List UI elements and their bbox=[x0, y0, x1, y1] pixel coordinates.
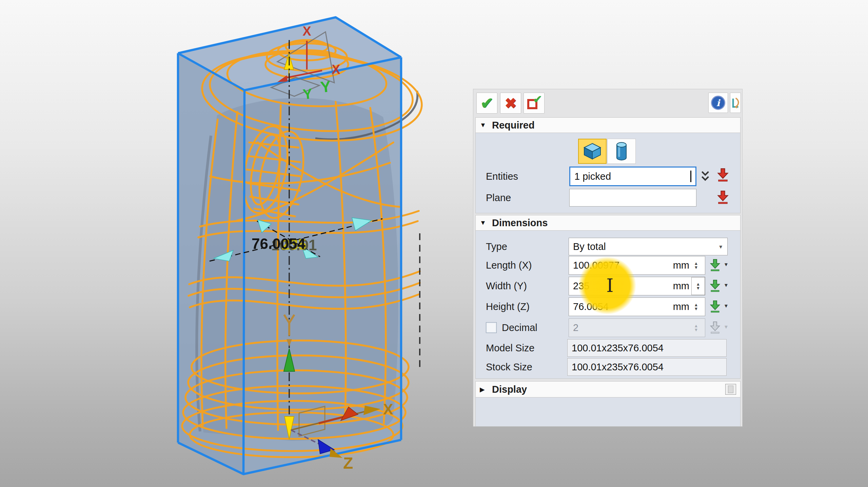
checkbox-inner bbox=[728, 386, 733, 393]
plane-input[interactable] bbox=[569, 189, 696, 207]
width-input[interactable]: 235 mm ▲▼ bbox=[569, 277, 705, 295]
plane-pick-arrow-button[interactable] bbox=[716, 190, 730, 205]
length-pick-button[interactable] bbox=[709, 258, 722, 272]
decimal-pick-button-disabled bbox=[709, 320, 722, 335]
stock-size-value: 100.01x235x76.0054 bbox=[572, 362, 722, 373]
decimal-label: Decimal bbox=[502, 318, 537, 337]
width-label: Width (Y) bbox=[486, 277, 527, 295]
collapse-triangle-icon: ▶ bbox=[480, 386, 488, 393]
ok-button[interactable]: ✔ bbox=[476, 93, 497, 114]
gray-down-arrow-icon bbox=[709, 320, 722, 335]
decimal-checkbox[interactable] bbox=[486, 322, 497, 333]
stock-size-value-box: 100.01x235x76.0054 bbox=[567, 358, 727, 376]
axis-label-top-y2: Y bbox=[319, 77, 332, 96]
length-input[interactable]: 100.00977 mm ▲▼ bbox=[569, 256, 705, 275]
length-label: Length (X) bbox=[486, 256, 532, 275]
chevron-double-down-icon bbox=[700, 170, 711, 183]
height-unit: mm bbox=[673, 301, 689, 312]
decimal-options-dropdown-disabled: ▼ bbox=[724, 324, 729, 330]
height-input[interactable]: 76.0054 mm ▲▼ bbox=[569, 297, 705, 316]
length-options-dropdown[interactable]: ▼ bbox=[724, 261, 729, 267]
entities-pick-arrow-button[interactable] bbox=[716, 167, 730, 183]
decimal-spinner: ▲▼ bbox=[691, 319, 701, 337]
apply-button[interactable]: ✔ bbox=[524, 93, 545, 114]
model-size-label: Model Size bbox=[486, 339, 534, 357]
section-title: Display bbox=[492, 384, 527, 395]
apply-checkbox-icon: ✔ bbox=[527, 96, 541, 111]
collapse-triangle-icon: ▼ bbox=[480, 219, 488, 227]
axis-label-top-y: Y bbox=[302, 85, 313, 102]
display-checkbox[interactable] bbox=[725, 384, 736, 395]
reset-icon bbox=[731, 96, 740, 110]
x-icon: ✖ bbox=[505, 95, 516, 112]
stock-dialog: ✔ ✖ ✔ i ▼ Required Enti bbox=[473, 89, 743, 427]
section-title: Dimensions bbox=[492, 217, 548, 229]
type-label: Type bbox=[486, 238, 507, 255]
text-caret bbox=[690, 171, 691, 182]
model-size-value-box: 100.01x235x76.0054 bbox=[567, 339, 727, 357]
plane-label: Plane bbox=[486, 189, 511, 207]
length-value: 100.00977 bbox=[573, 260, 671, 271]
axis-label-bottom-x: X bbox=[383, 401, 393, 417]
height-label: Height (Z) bbox=[486, 297, 530, 316]
length-unit: mm bbox=[673, 260, 689, 271]
cube-icon bbox=[582, 142, 603, 160]
info-icon: i bbox=[711, 96, 725, 110]
entities-input[interactable]: 1 picked bbox=[569, 167, 696, 186]
reset-button[interactable] bbox=[730, 93, 741, 113]
section-header-dimensions[interactable]: ▼ Dimensions bbox=[475, 215, 741, 231]
entities-label: Entities bbox=[486, 167, 518, 186]
green-down-arrow-icon bbox=[709, 299, 722, 314]
width-unit: mm bbox=[673, 280, 689, 292]
info-button[interactable]: i bbox=[708, 93, 728, 113]
check-icon: ✔ bbox=[480, 94, 494, 112]
dropdown-arrow-icon: ▼ bbox=[718, 244, 723, 250]
stock-type-box-button[interactable] bbox=[578, 139, 607, 164]
length-spinner[interactable]: ▲▼ bbox=[691, 256, 701, 274]
cancel-button[interactable]: ✖ bbox=[500, 93, 521, 114]
red-down-arrow-icon bbox=[716, 167, 730, 183]
height-options-dropdown[interactable]: ▼ bbox=[724, 303, 729, 309]
section-header-display[interactable]: ▶ Display bbox=[475, 381, 741, 397]
stock-type-cylinder-button[interactable] bbox=[607, 139, 636, 164]
cylinder-icon bbox=[614, 141, 629, 161]
height-spinner[interactable]: ▲▼ bbox=[691, 298, 701, 316]
section-header-required[interactable]: ▼ Required bbox=[475, 117, 741, 133]
type-value: By total bbox=[573, 241, 715, 252]
dialog-footer-area bbox=[475, 397, 741, 427]
dim-text-height: 76.0054 bbox=[252, 235, 306, 252]
axis-label-top-x: X bbox=[302, 24, 311, 38]
width-options-dropdown[interactable]: ▼ bbox=[724, 282, 729, 288]
green-down-arrow-icon bbox=[709, 258, 722, 272]
height-pick-button[interactable] bbox=[709, 299, 722, 314]
type-dropdown[interactable]: By total ▼ bbox=[569, 238, 728, 255]
axis-label-top-x2: X bbox=[332, 62, 340, 77]
red-down-arrow-icon bbox=[716, 190, 730, 205]
axis-label-bottom-z: Z bbox=[343, 454, 353, 472]
height-value: 76.0054 bbox=[573, 301, 671, 312]
collapse-triangle-icon: ▼ bbox=[480, 121, 488, 129]
green-down-arrow-icon bbox=[709, 279, 722, 293]
stock-size-label: Stock Size bbox=[486, 358, 532, 376]
width-spinner[interactable]: ▲▼ bbox=[691, 277, 705, 295]
section-title: Required bbox=[492, 120, 535, 131]
decimal-value: 2 bbox=[573, 322, 691, 333]
width-pick-button[interactable] bbox=[709, 279, 722, 293]
expand-list-button[interactable] bbox=[700, 170, 711, 183]
model-size-value: 100.01x235x76.0054 bbox=[572, 343, 722, 354]
width-value: 235 bbox=[573, 280, 671, 292]
decimal-input: 2 ▲▼ bbox=[569, 318, 705, 337]
